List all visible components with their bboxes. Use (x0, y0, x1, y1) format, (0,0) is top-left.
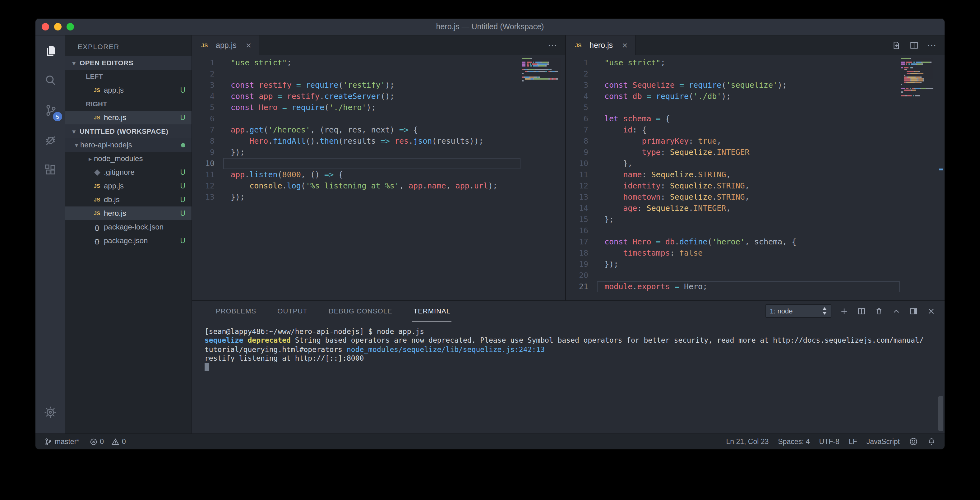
tree-file-item[interactable]: .gitignoreU (65, 166, 191, 179)
code-line[interactable] (605, 68, 945, 80)
tree-folder-item[interactable]: ▸node_modules (65, 152, 191, 166)
code-token: 'restify' (343, 80, 385, 89)
tree-file-item[interactable]: JShero.jsU (65, 207, 191, 220)
status-item[interactable]: JavaScript (867, 438, 900, 445)
code-line[interactable]: let schema = { (605, 113, 945, 124)
code-line[interactable]: age: Sequelize.INTEGER, (605, 203, 945, 214)
minimap-segment (904, 75, 905, 76)
code-line[interactable]: const restify = require('restify'); (231, 80, 565, 91)
titlebar[interactable]: hero.js — Untitled (Workspace) (35, 19, 945, 35)
new-terminal-icon[interactable] (840, 306, 849, 315)
kill-terminal-icon[interactable] (874, 306, 884, 315)
code-line[interactable]: const Hero = db.define('heroe', schema, … (605, 236, 945, 247)
minimap-segment (534, 78, 549, 80)
code-line[interactable]: hometown: Sequelize.STRING, (605, 191, 945, 203)
minimize-window-button[interactable] (54, 23, 62, 30)
panel-tab-debug-console[interactable]: DEBUG CONSOLE (328, 301, 394, 322)
code-line[interactable]: const db = require('./db'); (605, 91, 945, 102)
split-terminal-icon[interactable] (857, 306, 866, 315)
terminal-picker[interactable]: 1: node (765, 304, 831, 318)
tab-hero-js[interactable]: JS hero.js × (566, 35, 636, 55)
maximize-panel-icon[interactable] (892, 306, 901, 315)
code-line[interactable]: timestamps: false (605, 247, 945, 259)
terminal-output[interactable]: [sean@lappy486:~/www/hero-api-nodejs] $ … (192, 321, 945, 433)
panel-tab-terminal[interactable]: TERMINAL (412, 301, 452, 322)
code-line[interactable] (231, 68, 565, 80)
code-line[interactable]: const Sequelize = require('sequelize'); (605, 80, 945, 91)
close-window-button[interactable] (42, 23, 49, 30)
workspace-header[interactable]: ▾ UNTITLED (WORKSPACE) (65, 124, 191, 138)
settings-gear-button[interactable] (35, 397, 65, 427)
zoom-window-button[interactable] (67, 23, 74, 30)
extensions-activity-button[interactable] (35, 155, 65, 185)
code-line[interactable] (605, 225, 945, 236)
tree-file-item[interactable]: JSapp.jsU (65, 179, 191, 193)
open-changes-icon[interactable] (891, 40, 901, 50)
minimap-segment (911, 78, 918, 80)
minimap-segment (911, 64, 916, 65)
problems-status[interactable]: 0 0 (89, 438, 126, 446)
open-editor-item[interactable]: JSapp.jsU (65, 83, 191, 97)
status-item[interactable]: UTF-8 (819, 438, 840, 445)
code-line[interactable]: name: Sequelize.STRING, (605, 169, 945, 180)
code-line[interactable]: primaryKey: true, (605, 135, 945, 147)
minimap[interactable] (901, 58, 937, 96)
code-editor-right[interactable]: 123456789101112131415161718192021 "use s… (566, 55, 945, 300)
close-tab-icon[interactable]: × (622, 40, 628, 50)
code-line[interactable] (231, 113, 565, 124)
panel-tab-output[interactable]: OUTPUT (276, 301, 309, 322)
open-editors-header[interactable]: ▾ OPEN EDITORS (65, 56, 191, 70)
tree-file-item[interactable]: JSdb.jsU (65, 193, 191, 207)
minimap-segment (532, 64, 537, 65)
close-tab-icon[interactable]: × (246, 40, 251, 50)
code-line[interactable]: "use strict"; (605, 57, 945, 68)
code-line[interactable]: id: { (605, 124, 945, 135)
code-line[interactable]: identity: Sequelize.STRING, (605, 180, 945, 191)
tab-app-js[interactable]: JS app.js × (192, 35, 259, 55)
tree-file-item[interactable]: {}package-lock.json (65, 220, 191, 234)
code-line[interactable] (231, 158, 565, 169)
toggle-panel-layout-icon[interactable] (909, 306, 918, 315)
code-line[interactable]: const app = restify.createServer(); (231, 91, 565, 102)
notifications-bell-icon[interactable] (927, 437, 936, 446)
source-control-activity-button[interactable]: 5 (35, 95, 65, 125)
code-line[interactable]: type: Sequelize.INTEGER (605, 147, 945, 158)
code-editor-left[interactable]: 12345678910111213 "use strict";const res… (192, 55, 565, 300)
status-item[interactable]: Ln 21, Col 23 (726, 438, 768, 445)
explorer-activity-button[interactable] (35, 35, 65, 65)
minimap[interactable] (522, 58, 558, 81)
code-line[interactable]: }; (605, 214, 945, 225)
code-line[interactable]: Hero.findAll().then(results => res.json(… (231, 135, 565, 147)
search-activity-button[interactable] (35, 65, 65, 95)
status-item[interactable]: Spaces: 4 (778, 438, 810, 445)
code-token (651, 237, 656, 246)
code-line[interactable]: module.exports = Hero; (605, 281, 945, 292)
feedback-smiley-icon[interactable] (909, 437, 918, 446)
close-panel-icon[interactable] (926, 306, 936, 315)
git-branch-status[interactable]: master* (44, 438, 79, 446)
code-area[interactable]: "use strict";const restify = require('re… (223, 57, 565, 300)
code-line[interactable]: app.get('/heroes', (req, res, next) => { (231, 124, 565, 135)
code-line[interactable]: "use strict"; (231, 57, 565, 68)
code-line[interactable]: console.log('%s listening at %s', app.na… (231, 180, 565, 191)
more-actions-icon[interactable]: ⋯ (927, 40, 937, 51)
code-line[interactable]: }); (605, 259, 945, 270)
debug-activity-button[interactable] (35, 125, 65, 155)
line-number: 2 (566, 68, 597, 80)
more-actions-icon[interactable]: ⋯ (548, 40, 558, 51)
code-line[interactable]: }); (231, 147, 565, 158)
split-editor-icon[interactable] (909, 40, 919, 50)
status-item[interactable]: LF (849, 438, 857, 445)
code-line[interactable]: }, (605, 158, 945, 169)
code-line[interactable] (605, 270, 945, 281)
code-line[interactable]: app.listen(8000, () => { (231, 169, 565, 180)
code-line[interactable] (605, 102, 945, 113)
tree-file-item[interactable]: {}package.jsonU (65, 234, 191, 247)
code-area[interactable]: "use strict";const Sequelize = require('… (597, 57, 945, 300)
panel-scrollbar[interactable] (938, 396, 943, 431)
panel-tab-problems[interactable]: PROBLEMS (215, 301, 258, 322)
code-line[interactable]: }); (231, 191, 565, 203)
open-editor-item[interactable]: JShero.jsU (65, 111, 191, 124)
code-line[interactable]: const Hero = require('./hero'); (231, 102, 565, 113)
tree-folder-item[interactable]: ▾hero-api-nodejs (65, 138, 191, 152)
